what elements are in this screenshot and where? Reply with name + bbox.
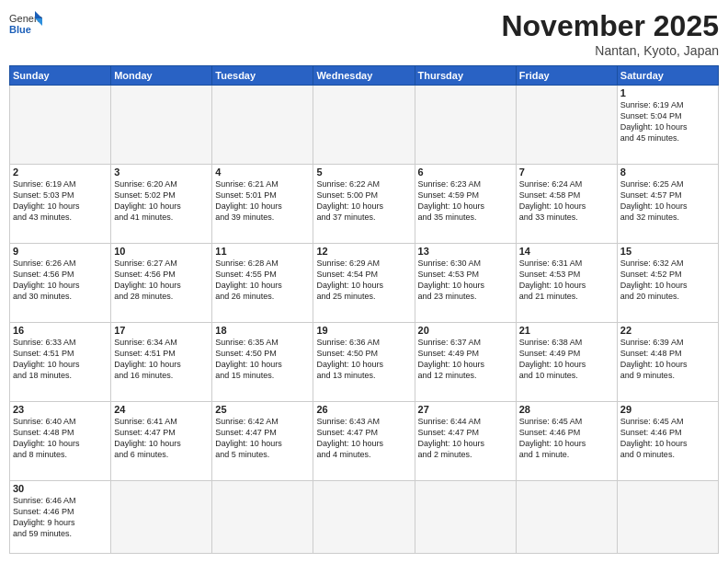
table-row (313, 86, 415, 165)
table-row: 18Sunrise: 6:35 AM Sunset: 4:50 PM Dayli… (212, 322, 313, 401)
table-row (212, 86, 313, 165)
table-row: 29Sunrise: 6:45 AM Sunset: 4:46 PM Dayli… (617, 401, 718, 480)
title-block: November 2025 Nantan, Kyoto, Japan (501, 9, 719, 58)
month-title: November 2025 (501, 9, 719, 43)
col-monday: Monday (111, 66, 212, 86)
day-number: 13 (418, 246, 513, 257)
col-friday: Friday (516, 66, 617, 86)
table-row (516, 86, 617, 165)
day-info: Sunrise: 6:24 AM Sunset: 4:58 PM Dayligh… (519, 178, 614, 224)
day-number: 2 (13, 167, 108, 178)
day-number: 8 (620, 167, 715, 178)
table-row (415, 480, 516, 553)
day-number: 19 (316, 325, 411, 336)
table-row: 8Sunrise: 6:25 AM Sunset: 4:57 PM Daylig… (617, 164, 718, 243)
day-info: Sunrise: 6:30 AM Sunset: 4:53 PM Dayligh… (418, 258, 513, 303)
table-row: 12Sunrise: 6:29 AM Sunset: 4:54 PM Dayli… (313, 243, 415, 322)
col-saturday: Saturday (617, 66, 718, 86)
day-info: Sunrise: 6:22 AM Sunset: 5:00 PM Dayligh… (316, 178, 411, 224)
day-info: Sunrise: 6:26 AM Sunset: 4:56 PM Dayligh… (13, 258, 108, 303)
day-number: 21 (519, 325, 614, 336)
day-number: 9 (13, 246, 108, 257)
day-number: 24 (114, 404, 209, 415)
table-row: 17Sunrise: 6:34 AM Sunset: 4:51 PM Dayli… (111, 322, 212, 401)
page: General Blue November 2025 Nantan, Kyoto… (0, 0, 728, 563)
day-info: Sunrise: 6:20 AM Sunset: 5:02 PM Dayligh… (114, 178, 209, 224)
day-number: 6 (418, 167, 513, 178)
day-number: 11 (215, 246, 310, 257)
day-number: 16 (13, 325, 108, 336)
table-row: 28Sunrise: 6:45 AM Sunset: 4:46 PM Dayli… (516, 401, 617, 480)
table-row: 10Sunrise: 6:27 AM Sunset: 4:56 PM Dayli… (111, 243, 212, 322)
table-row: 3Sunrise: 6:20 AM Sunset: 5:02 PM Daylig… (111, 164, 212, 243)
day-info: Sunrise: 6:38 AM Sunset: 4:49 PM Dayligh… (519, 337, 614, 382)
table-row: 9Sunrise: 6:26 AM Sunset: 4:56 PM Daylig… (10, 243, 111, 322)
table-row (212, 480, 313, 553)
day-info: Sunrise: 6:36 AM Sunset: 4:50 PM Dayligh… (316, 337, 411, 382)
day-info: Sunrise: 6:23 AM Sunset: 4:59 PM Dayligh… (418, 178, 513, 224)
day-info: Sunrise: 6:37 AM Sunset: 4:49 PM Dayligh… (418, 337, 513, 382)
table-row: 26Sunrise: 6:43 AM Sunset: 4:47 PM Dayli… (313, 401, 415, 480)
col-sunday: Sunday (10, 66, 111, 86)
table-row: 20Sunrise: 6:37 AM Sunset: 4:49 PM Dayli… (415, 322, 516, 401)
day-number: 15 (620, 246, 715, 257)
day-info: Sunrise: 6:34 AM Sunset: 4:51 PM Dayligh… (114, 337, 209, 382)
calendar-week-row: 23Sunrise: 6:40 AM Sunset: 4:48 PM Dayli… (10, 401, 719, 480)
table-row: 25Sunrise: 6:42 AM Sunset: 4:47 PM Dayli… (212, 401, 313, 480)
day-number: 30 (13, 483, 108, 494)
day-info: Sunrise: 6:42 AM Sunset: 4:47 PM Dayligh… (215, 416, 310, 461)
day-number: 1 (620, 87, 715, 98)
table-row: 23Sunrise: 6:40 AM Sunset: 4:48 PM Dayli… (10, 401, 111, 480)
logo-icon: General Blue (9, 9, 42, 35)
table-row: 24Sunrise: 6:41 AM Sunset: 4:47 PM Dayli… (111, 401, 212, 480)
table-row (415, 86, 516, 165)
day-number: 5 (316, 167, 411, 178)
day-info: Sunrise: 6:46 AM Sunset: 4:46 PM Dayligh… (13, 495, 108, 540)
day-number: 26 (316, 404, 411, 415)
location: Nantan, Kyoto, Japan (501, 43, 719, 58)
table-row (516, 480, 617, 553)
day-info: Sunrise: 6:21 AM Sunset: 5:01 PM Dayligh… (215, 178, 310, 224)
table-row: 7Sunrise: 6:24 AM Sunset: 4:58 PM Daylig… (516, 164, 617, 243)
table-row (313, 480, 415, 553)
table-row: 13Sunrise: 6:30 AM Sunset: 4:53 PM Dayli… (415, 243, 516, 322)
calendar-week-row: 1Sunrise: 6:19 AM Sunset: 5:04 PM Daylig… (10, 86, 719, 165)
table-row: 22Sunrise: 6:39 AM Sunset: 4:48 PM Dayli… (617, 322, 718, 401)
day-info: Sunrise: 6:27 AM Sunset: 4:56 PM Dayligh… (114, 258, 209, 303)
col-tuesday: Tuesday (212, 66, 313, 86)
day-info: Sunrise: 6:25 AM Sunset: 4:57 PM Dayligh… (620, 178, 715, 224)
table-row: 30Sunrise: 6:46 AM Sunset: 4:46 PM Dayli… (10, 480, 111, 553)
day-number: 18 (215, 325, 310, 336)
day-number: 23 (13, 404, 108, 415)
day-info: Sunrise: 6:19 AM Sunset: 5:04 PM Dayligh… (620, 99, 715, 144)
table-row: 16Sunrise: 6:33 AM Sunset: 4:51 PM Dayli… (10, 322, 111, 401)
day-number: 20 (418, 325, 513, 336)
header: General Blue November 2025 Nantan, Kyoto… (9, 9, 719, 58)
table-row (111, 86, 212, 165)
table-row: 4Sunrise: 6:21 AM Sunset: 5:01 PM Daylig… (212, 164, 313, 243)
svg-text:Blue: Blue (9, 24, 31, 35)
day-number: 27 (418, 404, 513, 415)
day-info: Sunrise: 6:41 AM Sunset: 4:47 PM Dayligh… (114, 416, 209, 461)
day-number: 4 (215, 167, 310, 178)
table-row: 21Sunrise: 6:38 AM Sunset: 4:49 PM Dayli… (516, 322, 617, 401)
table-row: 15Sunrise: 6:32 AM Sunset: 4:52 PM Dayli… (617, 243, 718, 322)
day-info: Sunrise: 6:45 AM Sunset: 4:46 PM Dayligh… (620, 416, 715, 461)
day-number: 14 (519, 246, 614, 257)
day-info: Sunrise: 6:29 AM Sunset: 4:54 PM Dayligh… (316, 258, 411, 303)
logo: General Blue (9, 9, 42, 35)
day-info: Sunrise: 6:31 AM Sunset: 4:53 PM Dayligh… (519, 258, 614, 303)
day-info: Sunrise: 6:44 AM Sunset: 4:47 PM Dayligh… (418, 416, 513, 461)
table-row: 27Sunrise: 6:44 AM Sunset: 4:47 PM Dayli… (415, 401, 516, 480)
day-number: 22 (620, 325, 715, 336)
calendar-week-row: 9Sunrise: 6:26 AM Sunset: 4:56 PM Daylig… (10, 243, 719, 322)
calendar-table: Sunday Monday Tuesday Wednesday Thursday… (9, 65, 719, 554)
weekday-header-row: Sunday Monday Tuesday Wednesday Thursday… (10, 66, 719, 86)
table-row (10, 86, 111, 165)
day-number: 17 (114, 325, 209, 336)
day-info: Sunrise: 6:33 AM Sunset: 4:51 PM Dayligh… (13, 337, 108, 382)
day-info: Sunrise: 6:19 AM Sunset: 5:03 PM Dayligh… (13, 178, 108, 224)
table-row: 6Sunrise: 6:23 AM Sunset: 4:59 PM Daylig… (415, 164, 516, 243)
day-info: Sunrise: 6:28 AM Sunset: 4:55 PM Dayligh… (215, 258, 310, 303)
calendar-week-row: 30Sunrise: 6:46 AM Sunset: 4:46 PM Dayli… (10, 480, 719, 553)
